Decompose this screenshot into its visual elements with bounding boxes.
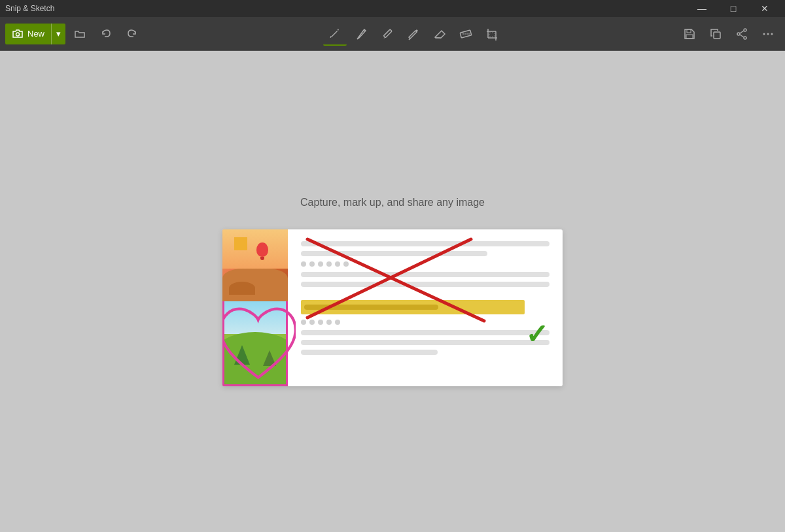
- pencil-icon: [380, 27, 394, 41]
- touch-write-button[interactable]: [323, 22, 347, 46]
- highlight-text: [304, 305, 438, 310]
- svg-rect-17: [686, 35, 693, 39]
- maximize-button[interactable]: □: [718, 0, 748, 17]
- window-controls: — □ ✕: [687, 0, 780, 17]
- svg-point-20: [744, 37, 746, 39]
- svg-line-5: [442, 31, 445, 34]
- highlighter-button[interactable]: [402, 22, 425, 46]
- new-label: New: [27, 29, 44, 39]
- highlighter-icon: [406, 27, 421, 41]
- content-line2: [301, 251, 487, 256]
- dot10: [326, 320, 332, 325]
- illus-image2: [222, 301, 288, 386]
- dots-row2: [301, 319, 550, 325]
- content-line5: [301, 330, 550, 335]
- svg-point-26: [771, 33, 773, 35]
- svg-line-22: [740, 31, 744, 33]
- illus-tree: [234, 345, 250, 365]
- undo-button[interactable]: [94, 22, 118, 46]
- illus-sun: [234, 237, 247, 250]
- dots-row1: [301, 261, 550, 267]
- illus-dune: [229, 282, 255, 295]
- svg-rect-6: [460, 30, 472, 38]
- svg-rect-2: [383, 29, 392, 37]
- svg-rect-15: [489, 33, 495, 37]
- open-button[interactable]: [68, 22, 92, 46]
- dot9: [318, 320, 323, 325]
- open-icon: [74, 28, 86, 40]
- main-canvas: Capture, mark up, and share any image: [0, 51, 785, 532]
- content-line7: [301, 350, 438, 355]
- svg-line-23: [740, 35, 744, 37]
- svg-point-25: [767, 33, 769, 35]
- eraser-icon: [432, 27, 447, 41]
- redo-button[interactable]: [120, 22, 144, 46]
- minimize-button[interactable]: —: [687, 0, 717, 17]
- new-snip-icon: [12, 28, 24, 40]
- close-button[interactable]: ✕: [750, 0, 780, 17]
- toolbar-right: [678, 22, 780, 46]
- dot1: [301, 261, 306, 267]
- new-button[interactable]: New ▾: [5, 24, 65, 44]
- green-checkmark: ✓: [525, 321, 548, 348]
- title-bar: Snip & Sketch — □ ✕: [0, 0, 785, 17]
- copy-button[interactable]: [704, 22, 727, 46]
- content-line4: [301, 282, 550, 287]
- crop-button[interactable]: [480, 22, 504, 46]
- app-title: Snip & Sketch: [5, 4, 54, 13]
- illus-right-panel: [288, 229, 563, 386]
- svg-line-3: [409, 39, 410, 40]
- svg-point-19: [744, 29, 746, 31]
- touch-write-icon: [328, 26, 342, 41]
- toolbar-left: New ▾: [5, 22, 144, 46]
- content-line3: [301, 272, 550, 277]
- illustration: ✓: [222, 229, 563, 386]
- dot6: [343, 261, 349, 267]
- placeholder-text: Capture, mark up, and share any image: [300, 197, 485, 208]
- dot3: [318, 261, 323, 267]
- dot11: [335, 320, 340, 325]
- illus-sky2: [224, 301, 286, 334]
- content-line1: [301, 241, 550, 246]
- copy-icon: [709, 27, 722, 41]
- more-icon: [761, 27, 775, 41]
- illus-balloon: [256, 242, 268, 257]
- illus-image1: [222, 229, 288, 301]
- svg-point-21: [737, 33, 740, 35]
- pencil-button[interactable]: [375, 22, 399, 46]
- crop-icon: [485, 27, 499, 41]
- save-icon: [683, 27, 696, 41]
- illus-hill: [222, 332, 288, 384]
- dot7: [301, 320, 306, 325]
- share-icon: [735, 27, 748, 41]
- dot8: [309, 320, 315, 325]
- dot2: [309, 261, 315, 267]
- content-line6: [301, 340, 550, 345]
- drawing-tools: [152, 22, 675, 46]
- ballpoint-button[interactable]: [349, 22, 373, 46]
- spacer: [301, 291, 550, 295]
- new-dropdown-arrow[interactable]: ▾: [51, 24, 65, 44]
- illus-left-panel: [222, 229, 288, 386]
- save-button[interactable]: [678, 22, 701, 46]
- redo-icon: [126, 28, 138, 40]
- ruler-icon: [459, 27, 473, 41]
- illus-sky: [222, 229, 288, 269]
- svg-rect-18: [714, 32, 720, 39]
- eraser-button[interactable]: [428, 22, 451, 46]
- illus-tree2: [263, 350, 276, 366]
- more-button[interactable]: [756, 22, 780, 46]
- ballpoint-icon: [354, 27, 368, 41]
- arrow-icon: ▾: [56, 29, 61, 39]
- undo-icon: [100, 28, 112, 40]
- dot4: [326, 261, 332, 267]
- dot5: [335, 261, 340, 267]
- share-button[interactable]: [730, 22, 754, 46]
- svg-point-24: [763, 33, 765, 35]
- ruler-button[interactable]: [454, 22, 478, 46]
- highlight-row: [301, 300, 525, 314]
- svg-point-0: [16, 33, 20, 36]
- toolbar: New ▾: [0, 17, 785, 51]
